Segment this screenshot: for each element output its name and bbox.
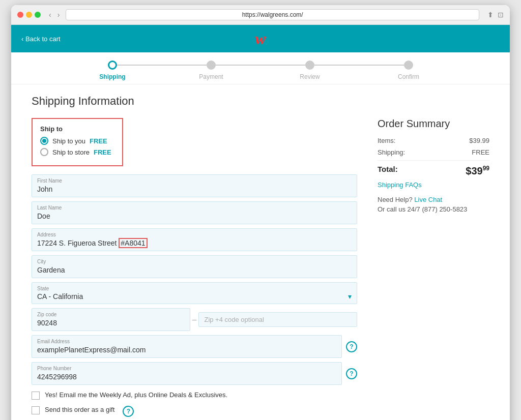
help-label: Need Help? xyxy=(378,196,413,203)
traffic-light-green[interactable] xyxy=(35,12,41,18)
state-row: State CA - California ▾ xyxy=(32,282,357,304)
email-help-icon[interactable]: ? xyxy=(346,341,357,352)
forward-nav-button[interactable]: › xyxy=(55,10,62,20)
email-opt-in-row: Yes! Email me the Weekly Ad, plus Online… xyxy=(32,391,357,400)
city-value: Gardena xyxy=(37,266,65,274)
items-label: Items: xyxy=(378,137,395,144)
step-circle-confirm xyxy=(404,61,413,70)
walgreens-logo: w xyxy=(255,29,266,48)
ship-to-store-radio[interactable] xyxy=(40,148,48,156)
traffic-light-red[interactable] xyxy=(17,12,23,18)
step-line-3 xyxy=(314,65,404,66)
ship-to-you-radio[interactable] xyxy=(40,137,48,145)
ship-to-title: Ship to xyxy=(40,125,114,133)
city-label: City xyxy=(37,259,352,264)
ship-to-you-option[interactable]: Ship to you FREE xyxy=(40,137,114,145)
phone-help-text: Or call us 24/7 (877) 250-5823 xyxy=(378,205,489,213)
shipping-value: FREE xyxy=(472,148,489,156)
step-circle-payment xyxy=(207,61,216,70)
zip-row: Zip code 90248 – Zip +4 code optional xyxy=(32,308,357,331)
chevron-down-icon: ▾ xyxy=(348,292,352,301)
address-part1: 17224 S. Figueroa Street xyxy=(37,239,117,247)
gift-checkbox[interactable] xyxy=(32,406,40,414)
last-name-row: Last Name Doe xyxy=(32,201,357,224)
main-content: Shipping Information Ship to Ship to you… xyxy=(11,84,510,420)
order-summary: Order Summary Items: $39.99 Shipping: FR… xyxy=(378,118,489,420)
share-button[interactable]: ⬆ xyxy=(487,11,494,19)
zip-dash-separator: – xyxy=(192,315,197,324)
step-label-review: Review xyxy=(300,73,320,80)
last-name-field[interactable]: Last Name Doe xyxy=(32,201,357,224)
items-value: $39.99 xyxy=(469,137,489,144)
progress-section: Shipping Payment Review Confirm xyxy=(11,52,510,84)
header-back-to-cart[interactable]: ‹ Back to cart xyxy=(21,35,61,43)
gift-row: Send this order as a gift ? xyxy=(32,406,357,417)
address-label: Address xyxy=(37,232,352,237)
step-circle-shipping xyxy=(108,61,117,70)
zip-field[interactable]: Zip code 90248 xyxy=(32,308,190,331)
email-field[interactable]: Email Address examplePlanetExpress@mail.… xyxy=(32,335,342,358)
page-title: Shipping Information xyxy=(32,95,489,108)
ship-to-store-option[interactable]: Ship to store FREE xyxy=(40,148,114,156)
ship-to-store-label: Ship to store xyxy=(52,148,90,156)
ship-to-you-label: Ship to you xyxy=(52,137,85,145)
address-value: 17224 S. Figueroa Street #A8041 xyxy=(37,238,148,248)
step-confirm: Confirm xyxy=(404,61,413,70)
last-name-value: Doe xyxy=(37,212,50,220)
site-header: ‹ Back to cart w xyxy=(11,25,510,52)
live-chat-link[interactable]: Live Chat xyxy=(414,196,442,203)
last-name-label: Last Name xyxy=(37,205,352,211)
total-cents: 99 xyxy=(483,165,489,172)
phone-help-icon[interactable]: ? xyxy=(346,368,357,379)
email-opt-in-label: Yes! Email me the Weekly Ad, plus Online… xyxy=(45,391,227,399)
step-shipping: Shipping xyxy=(108,61,117,70)
state-value: CA - California xyxy=(37,292,83,301)
email-label: Email Address xyxy=(37,339,336,344)
first-name-field[interactable]: First Name John xyxy=(32,174,357,197)
zip-optional-field[interactable]: Zip +4 code optional xyxy=(198,312,357,327)
tabs-button[interactable]: ⊡ xyxy=(498,11,504,19)
first-name-value: John xyxy=(37,185,52,193)
ship-to-you-free: FREE xyxy=(90,137,107,145)
shipping-faqs-link[interactable]: Shipping FAQs xyxy=(378,181,489,189)
left-column: Ship to Ship to you FREE Ship to store F… xyxy=(32,118,357,420)
state-label: State xyxy=(37,286,352,291)
phone-label: Phone Number xyxy=(37,366,336,371)
traffic-light-yellow[interactable] xyxy=(26,12,32,18)
total-value: $3999 xyxy=(466,165,489,177)
step-review: Review xyxy=(305,61,314,70)
phone-field[interactable]: Phone Number 4245296998 xyxy=(32,362,342,385)
address-row: Address 17224 S. Figueroa Street #A8041 xyxy=(32,228,357,251)
step-line-1 xyxy=(117,65,207,66)
total-dollars: $39 xyxy=(466,165,482,176)
shipping-label: Shipping: xyxy=(378,148,405,156)
address-bar[interactable]: https://walgreens.com/ xyxy=(66,9,479,20)
address-field[interactable]: Address 17224 S. Figueroa Street #A8041 xyxy=(32,228,357,251)
ship-to-store-free: FREE xyxy=(94,148,111,156)
gift-help-icon[interactable]: ? xyxy=(123,406,134,417)
step-circle-review xyxy=(305,61,314,70)
state-field[interactable]: State CA - California ▾ xyxy=(32,282,357,304)
city-row: City Gardena xyxy=(32,255,357,278)
shipping-row: Shipping: FREE xyxy=(378,148,489,156)
order-summary-title: Order Summary xyxy=(378,118,489,130)
total-row: Total: $3999 xyxy=(378,160,489,177)
step-payment: Payment xyxy=(207,61,216,70)
ship-to-box: Ship to Ship to you FREE Ship to store F… xyxy=(32,118,123,166)
phone-value: 4245296998 xyxy=(37,373,77,381)
address-part2-highlight: #A8041 xyxy=(119,238,147,248)
first-name-row: First Name John xyxy=(32,174,357,197)
email-opt-in-checkbox[interactable] xyxy=(32,392,40,400)
zip-value: 90248 xyxy=(37,319,57,327)
total-label: Total: xyxy=(378,165,398,177)
step-label-payment: Payment xyxy=(199,73,223,80)
email-value: examplePlanetExpress@mail.com xyxy=(37,346,146,354)
step-label-shipping: Shipping xyxy=(99,73,125,80)
back-nav-button[interactable]: ‹ xyxy=(47,10,53,20)
logo-w: w xyxy=(255,29,266,48)
items-row: Items: $39.99 xyxy=(378,137,489,144)
city-field[interactable]: City Gardena xyxy=(32,255,357,278)
step-label-confirm: Confirm xyxy=(398,73,419,80)
zip-label: Zip code xyxy=(37,312,185,317)
help-text: Need Help? Live Chat xyxy=(378,196,489,203)
